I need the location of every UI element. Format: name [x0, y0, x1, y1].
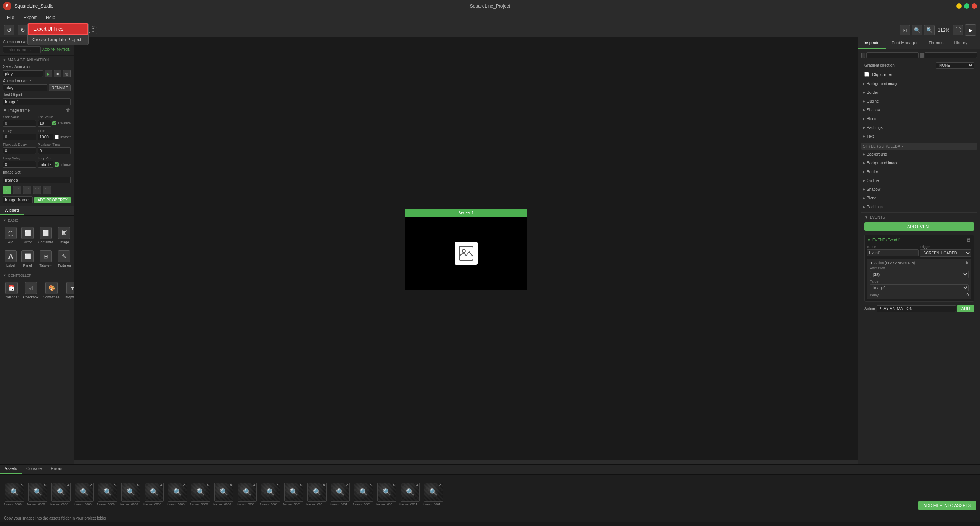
loop-count-input[interactable]	[38, 161, 54, 168]
easing-linear[interactable]: ⟋	[3, 186, 11, 194]
zoom-out-button[interactable]: 🔍	[912, 25, 922, 35]
relative-checkbox[interactable]	[52, 121, 56, 125]
infinite-checkbox[interactable]	[55, 162, 59, 167]
asset-item-1[interactable]: ✕ 🔍 frames_0000_1.png	[27, 483, 48, 506]
asset-item-5[interactable]: ✕ 🔍 frames_0000_5.png	[120, 483, 141, 506]
asset-item-14[interactable]: ✕ 🔍 frames_0001_4.png	[330, 483, 351, 506]
add-file-button[interactable]: ADD FILE INTO ASSETS	[918, 501, 977, 510]
asset-item-12[interactable]: ✕ 🔍 frames_0001_2.png	[283, 483, 304, 506]
play-animation-button[interactable]: ▶	[45, 70, 52, 77]
fit-screen-button[interactable]: ⊡	[900, 25, 910, 35]
animation-name-input[interactable]	[3, 46, 41, 53]
background-image-header[interactable]: ▶ Background image	[861, 80, 977, 87]
widget-checkbox[interactable]: ☑ Checkbox	[22, 280, 40, 301]
blend-header[interactable]: ▶ Blend	[861, 116, 977, 122]
minimize-button[interactable]	[956, 3, 962, 9]
asset-item-3[interactable]: ✕ 🔍 frames_0000_3.png	[74, 483, 95, 506]
event1-delete[interactable]: 🗑	[967, 237, 971, 243]
color-swatch-2[interactable]	[920, 53, 924, 58]
playback-delay-input[interactable]	[3, 147, 36, 154]
widget-button[interactable]: ⬜ Button	[20, 225, 35, 246]
easing-bounce[interactable]: ⌒	[43, 186, 51, 194]
canvas-area[interactable]: Screen1	[74, 37, 858, 460]
fullscreen-button[interactable]: ⛶	[953, 25, 963, 35]
redo-button[interactable]: ↻	[18, 25, 28, 35]
easing-ease-in-out[interactable]: ⌒	[33, 186, 41, 194]
menu-help[interactable]: Help	[42, 14, 59, 21]
widget-arc[interactable]: ◯ Arc	[3, 225, 18, 246]
tab-themes[interactable]: Themes	[923, 37, 949, 49]
asset-item-8[interactable]: ✕ 🔍 frames_0000_8.png	[190, 483, 211, 506]
widget-container[interactable]: ⬜ Container	[37, 225, 55, 246]
add-event-button[interactable]: ADD EVENT	[864, 222, 974, 231]
asset-item-16[interactable]: ✕ 🔍 frames_0001_6.png	[376, 483, 397, 506]
delete-animation-button[interactable]: 🗑	[63, 70, 71, 77]
target-action-select[interactable]: Image1	[870, 284, 969, 291]
widget-dropdown[interactable]: ▼ Dropdown	[63, 280, 74, 301]
add-animation-button[interactable]: ADD ANIMATION	[42, 48, 71, 51]
close-button[interactable]	[972, 3, 977, 9]
add-property-button[interactable]: ADD PROPERTY	[34, 197, 71, 203]
clip-corner-checkbox[interactable]	[864, 72, 869, 77]
tab-console[interactable]: Console	[22, 465, 46, 474]
stop-animation-button[interactable]: ■	[54, 70, 61, 77]
asset-item-18[interactable]: ✕ 🔍 frames_0001_8.png	[423, 483, 444, 506]
border-header[interactable]: ▶ Border	[861, 89, 977, 96]
canvas-scrollbar[interactable]	[74, 460, 858, 464]
zoom-in-button[interactable]: 🔍	[924, 25, 935, 35]
start-value-input[interactable]	[3, 120, 36, 127]
tab-inspector[interactable]: Inspector	[858, 37, 886, 49]
asset-item-6[interactable]: ✕ 🔍 frames_0000_6.png	[143, 483, 164, 506]
undo-button[interactable]: ↺	[4, 25, 14, 35]
animation-select[interactable]: play	[3, 70, 43, 77]
rename-input[interactable]	[3, 84, 47, 91]
asset-item-15[interactable]: ✕ 🔍 frames_0001_5.png	[353, 483, 374, 506]
asset-item-10[interactable]: ✕ 🔍 frames_0000_10.png	[237, 483, 257, 506]
outline-header[interactable]: ▶ Outline	[861, 98, 977, 105]
widget-label[interactable]: A Label	[3, 248, 18, 270]
play-button[interactable]: ▶	[965, 24, 976, 36]
event-trigger-select[interactable]: SCREEN_LOADED	[920, 249, 972, 257]
asset-item-17[interactable]: ✕ 🔍 frames_0001_7.png	[399, 483, 420, 506]
tab-errors[interactable]: Errors	[46, 465, 67, 474]
asset-item-7[interactable]: ✕ 🔍 frames_0000_7.png	[167, 483, 188, 506]
widget-calendar[interactable]: 📅 Calendar	[3, 280, 20, 301]
menu-export[interactable]: Export	[19, 14, 40, 21]
paddings-header[interactable]: ▶ Paddings	[861, 124, 977, 131]
test-object-select[interactable]: Image1	[3, 98, 71, 105]
loop-delay-input[interactable]	[3, 161, 36, 168]
shadow-header[interactable]: ▶ Shadow	[861, 107, 977, 113]
menu-file[interactable]: File	[3, 14, 18, 21]
frame-type-select[interactable]: Image frame	[3, 196, 33, 203]
asset-item-2[interactable]: ✕ 🔍 frames_0000_2.png	[50, 483, 71, 506]
style-scrollbar-title[interactable]: STYLE (SCROLLBAR)	[861, 143, 977, 150]
asset-item-0[interactable]: ✕ 🔍 frames_0000_0.png	[4, 483, 25, 506]
asset-item-13[interactable]: ✕ 🔍 frames_0001_3.png	[306, 483, 327, 506]
color-input-2[interactable]	[925, 52, 977, 58]
tab-assets[interactable]: Assets	[0, 465, 22, 474]
easing-ease-in[interactable]: ⌒	[13, 186, 21, 194]
time-input[interactable]	[38, 134, 53, 140]
create-template-project[interactable]: Create Template Project	[28, 35, 88, 45]
asset-item-9[interactable]: ✕ 🔍 frames_0000_9.png	[213, 483, 234, 506]
widget-colorwheel[interactable]: 🎨 Colorwheel	[42, 280, 62, 301]
widget-textarea[interactable]: ✎ Textarea	[56, 248, 72, 270]
tab-history[interactable]: History	[949, 37, 972, 49]
maximize-button[interactable]	[964, 3, 969, 9]
widget-image[interactable]: 🖼 Image	[56, 225, 72, 246]
widget-tabview[interactable]: ⊟ Tabview	[37, 248, 55, 270]
tab-font-manager[interactable]: Font Manager	[886, 37, 923, 49]
text-header[interactable]: ▶ Text	[861, 133, 977, 140]
color-swatch-1[interactable]	[861, 53, 865, 58]
action-type-select[interactable]: PLAY ANIMATION	[877, 305, 956, 312]
export-ui-files[interactable]: Export UI Files	[28, 23, 88, 35]
instant-checkbox[interactable]	[55, 135, 59, 139]
end-value-input[interactable]	[38, 120, 51, 127]
delay-input[interactable]	[3, 134, 36, 140]
easing-ease-out[interactable]: ⌒	[23, 186, 31, 194]
gradient-direction-select[interactable]: NONE	[936, 62, 974, 69]
asset-item-11[interactable]: ✕ 🔍 frames_0001_1.png	[260, 483, 281, 506]
tab-widgets[interactable]: Widgets	[0, 206, 24, 215]
action-delete[interactable]: 🗑	[965, 261, 969, 265]
widget-panel[interactable]: ⬜ Panel	[20, 248, 35, 270]
